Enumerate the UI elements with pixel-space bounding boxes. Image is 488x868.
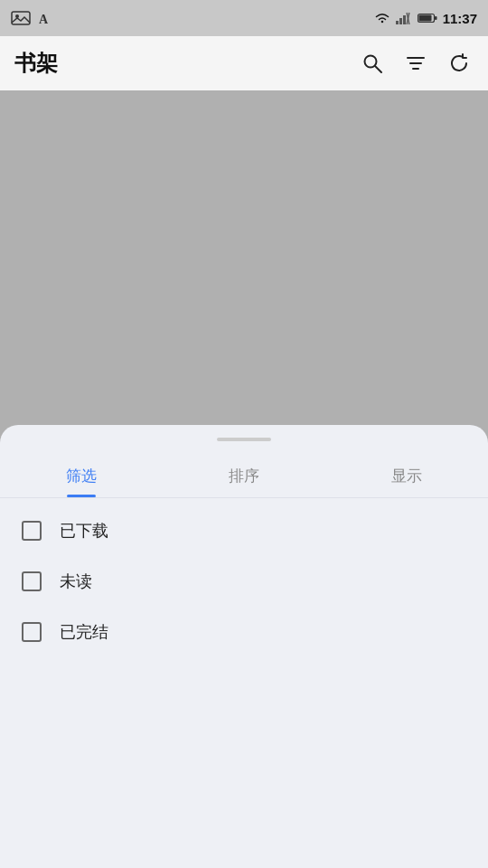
photo-icon [11,11,31,25]
svg-rect-5 [403,15,406,24]
status-bar-right: 11:37 [374,11,477,26]
filter-item-completed[interactable]: 已完结 [0,607,488,657]
filter-label-completed: 已完结 [60,621,108,643]
wifi-icon [374,12,390,24]
svg-rect-4 [399,18,402,24]
drag-handle [217,438,271,441]
tabs-container: 筛选 排序 显示 [0,454,488,498]
svg-rect-0 [12,12,30,24]
filter-icon [405,52,427,74]
bottom-sheet: 筛选 排序 显示 已下载 未读 已完结 [0,425,488,868]
tab-display[interactable]: 显示 [325,454,488,497]
app-bar: 书架 [0,36,488,90]
svg-line-13 [375,66,381,72]
tab-active-indicator [67,495,96,497]
checkbox-completed[interactable] [22,622,42,642]
app-bar-actions [358,49,474,78]
svg-rect-3 [396,21,399,24]
filter-label-downloaded: 已下载 [60,520,108,542]
filter-button[interactable] [401,49,430,78]
tab-sort[interactable]: 排序 [163,454,325,497]
refresh-icon [448,52,470,74]
filter-label-unread: 未读 [60,571,92,592]
app-title: 书架 [14,49,58,78]
tab-filter[interactable]: 筛选 [0,454,163,497]
font-icon: A [38,11,54,25]
search-icon [361,52,383,74]
checkbox-downloaded[interactable] [22,521,42,541]
svg-rect-10 [418,15,431,22]
refresh-button[interactable] [445,49,474,78]
filter-item-unread[interactable]: 未读 [0,556,488,607]
svg-rect-11 [435,16,437,20]
filter-list: 已下载 未读 已完结 [0,498,488,868]
search-button[interactable] [358,49,387,78]
drag-handle-area [0,425,488,454]
filter-item-downloaded[interactable]: 已下载 [0,505,488,556]
svg-text:A: A [39,13,49,25]
status-bar: A 11:37 [0,0,488,36]
main-content [0,90,488,434]
checkbox-unread[interactable] [22,571,42,591]
battery-icon [418,13,437,24]
status-bar-left: A [11,11,54,25]
status-time: 11:37 [443,11,477,26]
signal-icon [396,12,412,24]
